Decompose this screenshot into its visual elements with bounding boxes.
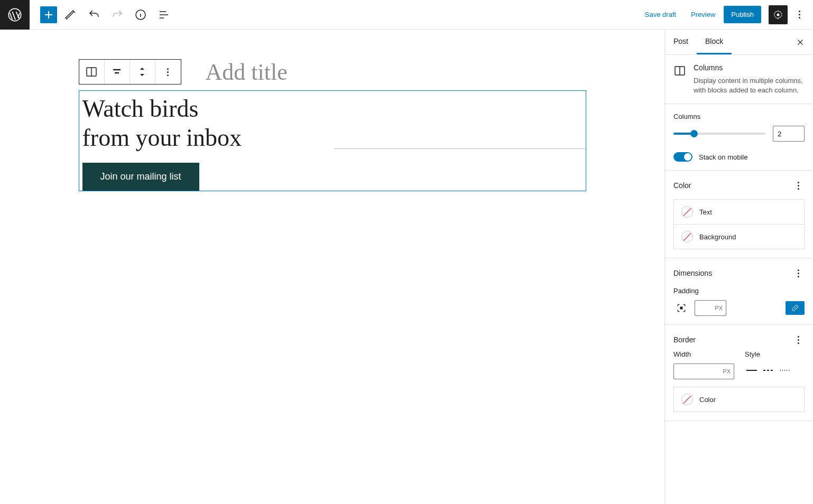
border-dashed-button[interactable] <box>762 363 775 377</box>
block-info-desc: Display content in multiple columns, wit… <box>694 76 805 95</box>
columns-label: Columns <box>673 113 805 120</box>
sidebar-tabs: Post Block <box>665 30 813 55</box>
color-background-row[interactable]: Background <box>673 225 805 249</box>
button-block[interactable]: Join our mailing list <box>82 163 199 191</box>
color-text-row[interactable]: Text <box>673 199 805 225</box>
padding-sides-button[interactable] <box>673 300 689 316</box>
block-more-button[interactable] <box>155 60 181 84</box>
toolbar-left <box>30 5 173 24</box>
column-right[interactable] <box>334 91 586 191</box>
columns-block[interactable]: Watch birds from your inbox Join our mai… <box>79 90 586 191</box>
preview-button[interactable]: Preview <box>685 6 722 23</box>
main-area: Add title Watch birds fro <box>0 30 813 504</box>
border-panel-title: Border <box>673 335 696 344</box>
columns-count-input[interactable] <box>773 126 805 142</box>
border-width-input[interactable] <box>673 363 734 379</box>
color-background-swatch <box>681 231 693 242</box>
svg-point-2 <box>777 13 780 16</box>
move-button[interactable] <box>130 60 155 84</box>
add-block-button[interactable] <box>40 6 57 23</box>
editor-canvas[interactable]: Add title Watch birds fro <box>0 30 665 504</box>
column-left[interactable]: Watch birds from your inbox Join our mai… <box>79 91 334 191</box>
info-button[interactable] <box>131 5 150 24</box>
border-width-label: Width <box>673 350 734 358</box>
color-text-swatch <box>681 206 693 218</box>
settings-button[interactable] <box>769 5 788 24</box>
border-style-label: Style <box>745 350 805 358</box>
stack-mobile-label: Stack on mobile <box>699 153 748 161</box>
columns-panel: Columns Stack on mobile <box>665 104 813 171</box>
outline-button[interactable] <box>154 5 173 24</box>
close-sidebar-button[interactable] <box>788 30 813 54</box>
padding-label: Padding <box>673 287 805 295</box>
undo-button[interactable] <box>85 5 104 24</box>
color-panel-title: Color <box>673 181 691 190</box>
separator-block[interactable] <box>334 148 586 149</box>
block-info-panel: Columns Display content in multiple colu… <box>665 55 813 104</box>
padding-input[interactable] <box>695 300 726 316</box>
border-dotted-button[interactable] <box>779 363 792 377</box>
columns-icon <box>673 64 686 77</box>
wordpress-logo[interactable] <box>0 0 30 30</box>
stack-mobile-toggle[interactable] <box>673 152 692 162</box>
heading-block[interactable]: Watch birds from your inbox <box>82 94 334 158</box>
block-type-button[interactable] <box>79 60 105 84</box>
redo-button[interactable] <box>108 5 127 24</box>
color-panel-options[interactable] <box>792 179 805 192</box>
border-color-row[interactable]: Color <box>673 387 805 412</box>
padding-link-toggle[interactable] <box>786 301 805 315</box>
dimensions-panel: Dimensions Padding <box>665 258 813 325</box>
border-panel: Border Width Style <box>665 325 813 421</box>
more-options-button[interactable] <box>790 5 809 24</box>
color-panel: Color Text Background <box>665 171 813 258</box>
block-toolbar <box>79 59 181 85</box>
align-button[interactable] <box>105 60 130 84</box>
toolbar-right: Save draft Preview Publish <box>639 5 813 24</box>
top-toolbar: Save draft Preview Publish <box>0 0 813 30</box>
tab-post[interactable]: Post <box>665 30 697 54</box>
publish-button[interactable]: Publish <box>724 6 761 23</box>
border-color-swatch <box>681 394 693 405</box>
tab-block[interactable]: Block <box>697 30 732 54</box>
block-info-title: Columns <box>694 63 805 72</box>
tools-button[interactable] <box>61 5 80 24</box>
settings-sidebar: Post Block Columns Display content in mu… <box>665 30 813 504</box>
save-draft-button[interactable]: Save draft <box>639 6 682 23</box>
dimensions-panel-options[interactable] <box>792 267 805 279</box>
dimensions-panel-title: Dimensions <box>673 269 712 277</box>
columns-slider[interactable] <box>673 133 765 135</box>
post-title-placeholder[interactable]: Add title <box>206 59 288 86</box>
border-panel-options[interactable] <box>792 333 805 346</box>
svg-rect-7 <box>680 307 683 310</box>
border-solid-button[interactable] <box>745 363 759 377</box>
